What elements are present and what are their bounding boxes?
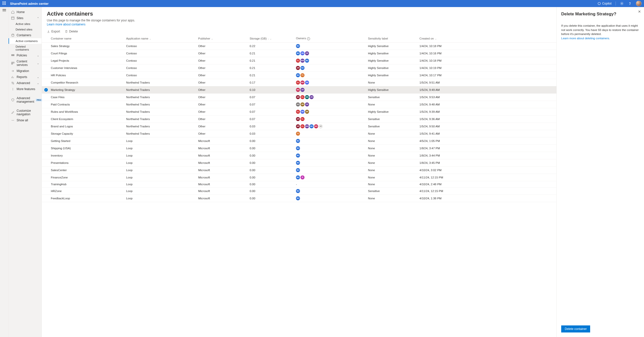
table-row[interactable]: SalesCenterLoopMicrosoft0.00MJNone4/10/2… bbox=[42, 166, 556, 174]
table-row[interactable]: Getting StartedLoopMicrosoft0.00MJNone4/… bbox=[42, 137, 556, 144]
col-sensitivity[interactable]: Sensitivity label bbox=[366, 35, 418, 42]
table-row[interactable]: HRZoneLoopMicrosoft0.00MJSensitive4/11/2… bbox=[42, 187, 556, 195]
owner-coin: CL bbox=[300, 124, 305, 128]
table-row[interactable]: Competitor ResearchNorthwind TradersOthe… bbox=[42, 79, 556, 86]
col-app[interactable]: Application name⌄ bbox=[124, 35, 196, 42]
cell-app: Northwind Traders bbox=[124, 130, 196, 137]
owner-coin: MJ bbox=[296, 175, 300, 179]
table-row[interactable]: Client EcosystemNorthwind TradersOther0.… bbox=[42, 115, 556, 123]
cell-app: Northwind Traders bbox=[124, 115, 196, 123]
table-row[interactable]: Brand and LogosNorthwind TradersOther0.0… bbox=[42, 123, 556, 130]
cell-app: Loop bbox=[124, 144, 196, 152]
table-row[interactable]: ✓Marketing StrategyNorthwind TradersOthe… bbox=[42, 86, 556, 93]
nav-advanced[interactable]: Advanced ⌄ bbox=[9, 80, 42, 86]
cell-owners: MJTC bbox=[294, 71, 366, 79]
table-row[interactable]: FinanceZoneLoopMicrosoft0.00MJRNone4/11/… bbox=[42, 174, 556, 181]
owner-coin: AR bbox=[296, 117, 300, 121]
owner-coin: MS bbox=[314, 124, 318, 128]
owner-coin: MS bbox=[296, 88, 300, 92]
table-row[interactable]: HR PoliciesContosoOther0.21MJTCHighly Se… bbox=[42, 71, 556, 79]
svg-point-13 bbox=[13, 89, 13, 89]
cmd-label: Export bbox=[51, 30, 60, 33]
cell-storage: 0.00 bbox=[248, 159, 294, 166]
nav-label: Sites bbox=[17, 16, 23, 20]
nav-advanced-management[interactable]: Advanced management PRO bbox=[9, 95, 42, 105]
cell-publisher: Microsoft bbox=[196, 174, 248, 181]
cell-publisher: Other bbox=[196, 57, 248, 64]
nav-policies[interactable]: Policies ⌄ bbox=[9, 52, 42, 58]
table-row[interactable]: Sales StrategyContosoOther0.22MJHighly S… bbox=[42, 42, 556, 50]
owner-coin: SR bbox=[305, 110, 309, 114]
table-row[interactable]: Court FilingsContosoOther0.21MJSNZRHighl… bbox=[42, 50, 556, 57]
table-row[interactable]: TrainingHubLoopMicrosoft0.00-None4/10/24… bbox=[42, 181, 556, 187]
cell-owners: MJ bbox=[294, 42, 366, 50]
cell-created: 1/5/24, 9:53 AM bbox=[418, 93, 556, 101]
cell-created: 1/5/24, 9:49 AM bbox=[418, 86, 556, 93]
cell-app: Northwind Traders bbox=[124, 93, 196, 101]
cell-owners: CLSNSR bbox=[294, 108, 366, 115]
checkmark-icon[interactable]: ✓ bbox=[44, 88, 48, 92]
chevron-down-icon: ⌄ bbox=[37, 76, 39, 79]
owner-coin: MJ bbox=[296, 189, 300, 193]
owner-coin: CL bbox=[296, 59, 300, 63]
nav-deleted-sites[interactable]: Deleted sites bbox=[9, 27, 42, 32]
nav-deleted-containers[interactable]: Deleted containers bbox=[9, 44, 42, 52]
table-row[interactable]: Paid ContractsNorthwind TradersOther0.07… bbox=[42, 101, 556, 108]
table-row[interactable]: Legal ProjectsContosoOther0.21CLMWMJHigh… bbox=[42, 57, 556, 64]
app-launcher-icon[interactable] bbox=[3, 2, 7, 6]
cell-storage: 0.03 bbox=[248, 123, 294, 130]
help-icon[interactable] bbox=[628, 2, 632, 6]
nav-content-services[interactable]: Content services ⌄ bbox=[9, 58, 42, 68]
delete-container-button[interactable]: Delete container bbox=[561, 325, 590, 332]
panel-learn-link[interactable]: Learn more about deleting containers. bbox=[561, 37, 610, 40]
table-row[interactable]: PresentationsLoopMicrosoft0.00MJNone1/8/… bbox=[42, 159, 556, 166]
svg-rect-7 bbox=[12, 62, 13, 63]
settings-icon[interactable] bbox=[620, 2, 624, 6]
export-button[interactable]: Export bbox=[47, 30, 60, 33]
cell-storage: 0.17 bbox=[248, 79, 294, 86]
col-owners[interactable]: Ownersi bbox=[294, 35, 366, 42]
table-row[interactable]: Customer InterviewsContosoOther0.21ARMJH… bbox=[42, 64, 556, 71]
owner-coin: R bbox=[300, 175, 305, 179]
copilot-button[interactable]: Copilot bbox=[597, 2, 612, 6]
nav-containers[interactable]: Containers bbox=[9, 32, 42, 38]
owner-coin: ZR bbox=[305, 51, 309, 55]
cell-created: 1/8/24, 3:45 PM bbox=[418, 159, 556, 166]
content-icon bbox=[11, 61, 15, 65]
nav-reports[interactable]: Reports ⌄ bbox=[9, 74, 42, 80]
cell-sensitivity: Sensitive bbox=[366, 93, 418, 101]
close-icon[interactable]: ✕ bbox=[638, 10, 641, 14]
chevron-down-icon: ⌄ bbox=[211, 38, 213, 40]
table-row[interactable]: Shipping (USA)LoopMicrosoft0.00MJNone1/8… bbox=[42, 144, 556, 152]
table-row[interactable]: InventoryLoopMicrosoft0.00MJNone1/8/24, … bbox=[42, 152, 556, 159]
cell-sensitivity: None bbox=[366, 137, 418, 144]
nav-show-all[interactable]: Show all bbox=[9, 117, 42, 123]
more-icon bbox=[11, 87, 15, 91]
table-row[interactable]: Storage CapacityNorthwind TradersOther0.… bbox=[42, 130, 556, 137]
owner-coin: SN bbox=[305, 81, 309, 85]
nav-toggle-icon[interactable] bbox=[3, 9, 6, 12]
learn-more-link[interactable]: Learn more about containers bbox=[47, 23, 551, 26]
nav-sites[interactable]: Sites ⌃ bbox=[9, 15, 42, 21]
nav-more-features[interactable]: More features bbox=[9, 86, 42, 92]
chevron-down-icon: ⌄ bbox=[270, 38, 272, 40]
nav-home[interactable]: Home bbox=[9, 9, 42, 15]
table-row[interactable]: Case FilesNorthwind TradersOther0.07ARCL… bbox=[42, 93, 556, 101]
col-container[interactable]: Container name bbox=[42, 35, 124, 42]
owner-overflow[interactable]: +2 bbox=[319, 124, 323, 128]
col-publisher[interactable]: Publisher⌄ bbox=[196, 35, 248, 42]
cell-publisher: Other bbox=[196, 50, 248, 57]
table-row[interactable]: Rules and WorkflowsNorthwind TradersOthe… bbox=[42, 108, 556, 115]
nav-active-containers[interactable]: Active containers bbox=[9, 38, 42, 44]
nav-migration[interactable]: Migration bbox=[9, 68, 42, 74]
left-nav: Home Sites ⌃ Active sites Deleted sites … bbox=[9, 7, 42, 337]
delete-button[interactable]: Delete bbox=[65, 30, 78, 33]
table-row[interactable]: FeedbackLoopLoopMicrosoft0.00MJNone4/10/… bbox=[42, 195, 556, 202]
user-avatar[interactable] bbox=[636, 1, 641, 6]
col-created[interactable]: Created on⌄ bbox=[418, 35, 556, 42]
nav-customize[interactable]: Customize navigation bbox=[9, 108, 42, 117]
nav-active-sites[interactable]: Active sites bbox=[9, 21, 42, 27]
cell-sensitivity: Highly Sensitive bbox=[366, 86, 418, 93]
cell-app: Loop bbox=[124, 187, 196, 195]
col-storage[interactable]: Storage (GB)↓⌄ bbox=[248, 35, 294, 42]
